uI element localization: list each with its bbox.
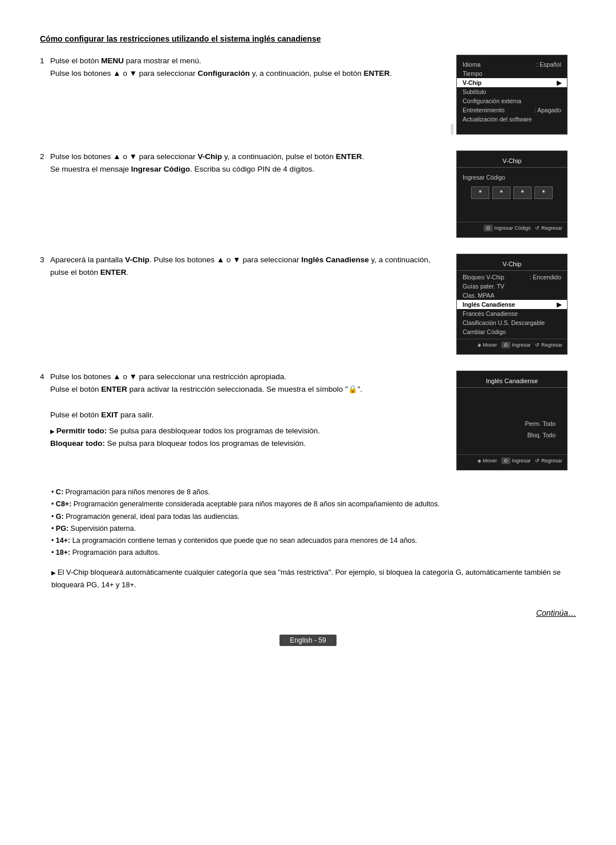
menu-screen-3-title: V-Chip xyxy=(457,259,567,271)
step-3-row: 3 Aparecerá la pantalla V-Chip. Pulse lo… xyxy=(40,254,576,355)
menu3-us: Clasificación U.S. Descargable xyxy=(457,318,567,327)
menu-item-idioma: Idioma: Español xyxy=(457,60,567,69)
pin-box-4: * xyxy=(534,186,553,199)
menu3-cambiar: Cambiar Código xyxy=(457,327,567,336)
step-4-image: Inglés Canadiense Perm. Todo Bloq. Todo … xyxy=(456,371,576,470)
pin-box-2: * xyxy=(492,186,510,199)
step-3-text: 3 Aparecerá la pantalla V-Chip. Pulse lo… xyxy=(40,254,456,355)
step-1-image: nción Idioma: Español Tiempo V-Chip▶ Sub… xyxy=(456,55,576,135)
menu3-guias: Guías pater. TV xyxy=(457,282,567,291)
footer-page-number: English - 59 xyxy=(279,635,336,646)
step-1-content: Pulse el botón MENU para mostrar el menú… xyxy=(50,55,448,80)
step-2-text: 2 Pulse los botones ▲ o ▼ para seleccion… xyxy=(40,151,456,238)
menu3-mpaa: Clas. MPAA xyxy=(457,291,567,300)
step-4-number: 4 xyxy=(40,371,48,383)
bullet-c8: C8+: Programación generalmente considera… xyxy=(51,498,576,510)
continua-text: Continúa… xyxy=(40,608,576,618)
bullet-list: C: Programación para niños menores de 8 … xyxy=(51,486,576,559)
bullet-c: C: Programación para niños menores de 8 … xyxy=(51,486,576,498)
footer-ingresar-3: ⊙ Ingresar xyxy=(501,342,530,348)
menu-screen-2: V-Chip Ingresar Código * * * * ⊙ Ingresa… xyxy=(456,151,568,238)
bullet-g: G: Programación general, ideal para toda… xyxy=(51,511,576,523)
arrow-icon-1 xyxy=(50,426,56,435)
step-4-content: Pulse los botones ▲ o ▼ para seleccionar… xyxy=(50,371,448,450)
vchip-note: El V-Chip bloqueará automáticamente cual… xyxy=(51,566,576,591)
footer-bar: English - 59 xyxy=(40,635,576,646)
menu-item-entretenimiento: Entretenimiento: Apagado xyxy=(457,105,567,115)
step-1-number: 1 xyxy=(40,55,48,67)
pin-entry: * * * * xyxy=(457,183,567,202)
footer-regresar-4: ↺ Regresar xyxy=(535,457,562,464)
pin-box-3: * xyxy=(513,186,532,199)
step-3-number: 3 xyxy=(40,254,48,266)
pin-box-1: * xyxy=(471,186,489,199)
footer-ingresar-4: ⊙ Ingresar xyxy=(501,457,530,464)
menu-screen-3-footer: ◈ Mover ⊙ Ingresar ↺ Regresar xyxy=(457,339,567,350)
enter-icon-3: ⊙ xyxy=(501,342,510,348)
menu-item-tiempo: Tiempo xyxy=(457,69,567,78)
menu4-bloq-todo: Bloq. Todo xyxy=(522,430,561,440)
step-3-content: Aparecerá la pantalla V-Chip. Pulse los … xyxy=(50,254,448,279)
menu3-frances: Francés Canadiense xyxy=(457,309,567,318)
footer-regresar-1: ↺ Regresar xyxy=(535,225,562,231)
menu3-bloqueo: Bloqueo V-Chip: Encendido xyxy=(457,273,567,282)
menu-screen-2-title: V-Chip xyxy=(457,156,567,168)
menu-item-config-externa: Configuración externa xyxy=(457,96,567,105)
step-2-number: 2 xyxy=(40,151,48,163)
step-4-row: 4 Pulse los botones ▲ o ▼ para seleccion… xyxy=(40,371,576,470)
step-3-image: V-Chip Bloqueo V-Chip: Encendido Guías p… xyxy=(456,254,576,355)
footer-ingresar-codigo: ⊙ Ingresar Código xyxy=(484,225,530,231)
enter-icon-4: ⊙ xyxy=(501,457,510,464)
step-2-image: V-Chip Ingresar Código * * * * ⊙ Ingresa… xyxy=(456,151,576,238)
step-4-text: 4 Pulse los botones ▲ o ▼ para seleccion… xyxy=(40,371,456,470)
bullet-14: 14+: La programación contiene temas y co… xyxy=(51,535,576,547)
menu-screen-3: V-Chip Bloqueo V-Chip: Encendido Guías p… xyxy=(456,254,568,355)
ingresar-codigo-label: Ingresar Código xyxy=(457,169,567,183)
menu-screen-2-footer: ⊙ Ingresar Código ↺ Regresar xyxy=(457,222,567,233)
menu4-perm-todo: Perm. Todo xyxy=(520,419,562,428)
enter-icon: ⊙ xyxy=(484,225,493,231)
bullet-pg: PG: Supervisión paterna. xyxy=(51,523,576,535)
menu-item-actualizacion: Actualización del software xyxy=(457,115,567,124)
step-2-row: 2 Pulse los botones ▲ o ▼ para seleccion… xyxy=(40,151,576,238)
step-1-text: 1 Pulse el botón MENU para mostrar el me… xyxy=(40,55,456,135)
footer-mover-3: ◈ Mover xyxy=(477,342,497,348)
menu3-ingles: Inglés Canadiense▶ xyxy=(457,300,567,309)
menu-screen-4-footer: ◈ Mover ⊙ Ingresar ↺ Regresar xyxy=(457,454,567,465)
footer-mover-4: ◈ Mover xyxy=(477,457,497,464)
bullet-18: 18+: Programación para adultos. xyxy=(51,547,576,559)
menu-screen-1: Idioma: Español Tiempo V-Chip▶ Subtítulo… xyxy=(456,55,568,135)
menu-item-vchip: V-Chip▶ xyxy=(457,78,567,87)
step-2-content: Pulse los botones ▲ o ▼ para seleccionar… xyxy=(50,151,448,176)
menu-item-subtitulo: Subtítulo xyxy=(457,87,567,96)
menu-screen-4-title: Inglés Canadiense xyxy=(457,376,567,388)
side-label-1: nción xyxy=(449,55,455,135)
main-title: Cómo configurar las restricciones utiliz… xyxy=(40,34,576,43)
step-1-row: 1 Pulse el botón MENU para mostrar el me… xyxy=(40,55,576,135)
menu-screen-4: Inglés Canadiense Perm. Todo Bloq. Todo … xyxy=(456,371,568,470)
footer-regresar-3: ↺ Regresar xyxy=(535,342,562,348)
arrow-icon-2 xyxy=(51,568,58,576)
permitir-todo-block: Permitir todo: Se pulsa para desbloquear… xyxy=(50,425,448,450)
